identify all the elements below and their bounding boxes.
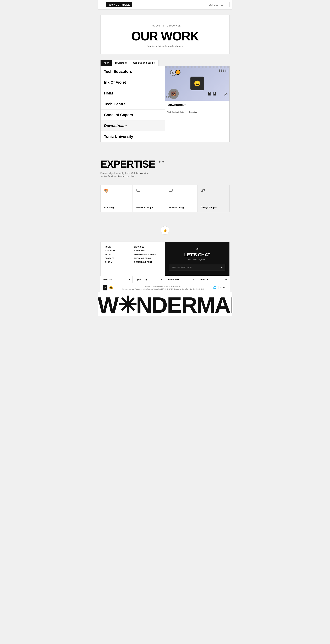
lets-chat-title: LET'S CHAT — [184, 252, 210, 258]
arrow-icon: ↗ — [225, 4, 227, 6]
badge-icon: ⟡ — [162, 24, 165, 28]
hero-title: OUR WORK — [104, 30, 226, 42]
footer-nav-services: SERVICES BRANDING WEB DESIGN & BUILD PRO… — [134, 246, 161, 272]
snowflake-icon: ✳ — [224, 92, 228, 97]
smiley-icon[interactable]: 🙂 — [109, 286, 113, 290]
footer-star-logo[interactable]: ✳ — [103, 285, 107, 290]
footer-link-design-support[interactable]: DESIGN SUPPORT — [134, 261, 161, 263]
project-item-tonic-university[interactable]: Tonic University — [100, 131, 165, 142]
service-card-support[interactable]: Design Support — [197, 185, 230, 212]
footer-social-links: LINKEDIN ↗ X (TWITTER) ↗ INSTAGRAM ↗ PRI… — [100, 276, 230, 283]
service-card-website[interactable]: Website Design — [133, 185, 165, 212]
filter-tabs: All07 Branding04 Web Design & Build06 — [100, 60, 230, 66]
service-card-branding[interactable]: 🎨 Branding — [100, 185, 133, 212]
robot-character: 😐 — [190, 76, 204, 90]
instagram-arrow-icon: ↗ — [193, 278, 195, 281]
footer-link-shop[interactable]: SHOP ↗ — [105, 261, 131, 263]
project-list: Tech Educators Ink Of Violet HMM Tech Ce… — [100, 66, 165, 142]
projects-grid: Tech Educators Ink Of Violet HMM Tech Ce… — [100, 66, 230, 142]
project-item-concept-capers[interactable]: Concept Capers — [100, 110, 165, 120]
linkedin-link[interactable]: LINKEDIN ↗ — [100, 276, 133, 283]
svg-rect-0 — [137, 189, 140, 192]
hero-section: PROJECT ⟡ SHOWCASE OUR WORK Creative sol… — [100, 15, 230, 54]
branding-icon: 🎨 — [104, 188, 129, 193]
support-icon — [201, 188, 226, 194]
footer-link-about[interactable]: ABOUT — [105, 254, 131, 256]
footer-link-webdesign[interactable]: WEB DESIGN & BUILD — [134, 254, 161, 256]
big-logo-section: W✳NDERMAKE — [98, 292, 232, 316]
get-started-button[interactable]: GET STARTED ↗ — [206, 2, 230, 8]
footer-link-services[interactable]: SERVICES — [134, 246, 161, 248]
footer-link-branding[interactable]: BRANDING — [134, 250, 161, 252]
chat-email-input[interactable] — [169, 264, 218, 270]
like-button[interactable]: 👍 — [161, 226, 169, 235]
hamburger-menu[interactable] — [100, 4, 103, 6]
linkedin-arrow-icon: ↗ — [128, 278, 130, 281]
service-cards: 🎨 Branding Website Design Product Design — [100, 185, 230, 212]
footer-nav-main: HOME PROJECTS ABOUT CONTACT SHOP ↗ — [105, 246, 131, 272]
project-item-tech-centre[interactable]: Tech Centre — [100, 99, 165, 110]
branding-label: Branding — [104, 206, 129, 209]
email-icon: ✉ — [196, 247, 199, 251]
project-item-hmm[interactable]: HMM — [100, 88, 165, 99]
website-label: Website Design — [136, 206, 161, 209]
expertise-description: Physical, digital, meta-physical – We'll… — [100, 172, 155, 178]
instagram-link[interactable]: INSTAGRAM ↗ — [165, 276, 197, 283]
project-item-downstream[interactable]: Downstream — [100, 120, 165, 131]
footer-link-contact[interactable]: CONTACT — [105, 257, 131, 259]
service-card-product[interactable]: Product Design — [165, 185, 197, 212]
hero-subtitle: Creative solutions for modern brands — [104, 45, 226, 47]
preview-tags: Web Design & Build Branding — [165, 109, 230, 115]
svg-rect-3 — [169, 189, 172, 192]
dots-decoration-tr — [219, 68, 228, 72]
chat-send-button[interactable]: ↗ — [218, 264, 225, 270]
footer-link-projects[interactable]: PROJECTS — [105, 250, 131, 252]
footer-link-home[interactable]: HOME — [105, 246, 131, 248]
support-label: Design Support — [201, 206, 226, 209]
barcode-decor — [208, 92, 216, 96]
product-icon — [169, 188, 194, 194]
orange-circle-decor — [175, 70, 180, 75]
product-label: Product Design — [169, 206, 194, 209]
expertise-section: EXPERTISE ✦✦ Physical, digital, meta-phy… — [98, 148, 232, 219]
project-item-ink-of-violet[interactable]: Ink Of Violet — [100, 77, 165, 88]
preview-tag-branding: Branding — [187, 109, 199, 115]
footer-section: HOME PROJECTS ABOUT CONTACT SHOP ↗ SERVI… — [100, 242, 230, 292]
footer-link-product[interactable]: PRODUCT DESIGN — [134, 257, 161, 259]
filter-tab-all[interactable]: All07 — [100, 60, 112, 66]
big-logo: W✳NDERMAKE — [98, 294, 232, 316]
privacy-eye-icon: 👁 — [225, 278, 227, 281]
project-preview: ⏻ 😐 ✳ 🐻 — [165, 66, 230, 142]
footer-nav-area: HOME PROJECTS ABOUT CONTACT SHOP ↗ SERVI… — [100, 242, 165, 276]
copyright-text: All work © Wondermake 2022-24. All right… — [115, 285, 211, 290]
lets-chat-subtitle: Let's work together! — [188, 258, 206, 261]
version-badge: V 2.1.8 — [218, 286, 227, 290]
lets-chat-box: ✉ LET'S CHAT Let's work together! ↗ — [165, 242, 230, 276]
navbar: W✳NDERMAKE GET STARTED ↗ — [98, 0, 232, 10]
project-item-tech-educators[interactable]: Tech Educators — [100, 66, 165, 77]
bottom-bar: ✳ 🙂 All work © Wondermake 2022-24. All r… — [100, 283, 230, 292]
filter-tab-webdesign[interactable]: Web Design & Build06 — [130, 60, 158, 66]
filter-tab-branding[interactable]: Branding04 — [112, 60, 130, 66]
twitter-arrow-icon: ↗ — [160, 278, 162, 281]
nav-logo[interactable]: W✳NDERMAKE — [106, 2, 132, 8]
expertise-title: EXPERTISE — [100, 158, 155, 170]
globe-icon[interactable]: 🌐 — [213, 286, 217, 290]
sparkle-icon: ✦✦ — [158, 160, 165, 164]
preview-image: ⏻ 😐 ✳ 🐻 — [165, 66, 230, 101]
dots-decoration-bl — [166, 96, 172, 99]
hero-badge: PROJECT ⟡ SHOWCASE — [104, 24, 226, 28]
preview-tag-webdesign: Web Design & Build — [165, 109, 187, 115]
privacy-link[interactable]: PRIVACY 👁 — [197, 276, 230, 283]
chat-input-row: ↗ — [169, 264, 225, 270]
footer-like-area: 👍 — [98, 219, 232, 242]
twitter-link[interactable]: X (TWITTER) ↗ — [133, 276, 165, 283]
website-icon — [136, 188, 161, 194]
preview-project-name: Downstream — [165, 101, 230, 109]
